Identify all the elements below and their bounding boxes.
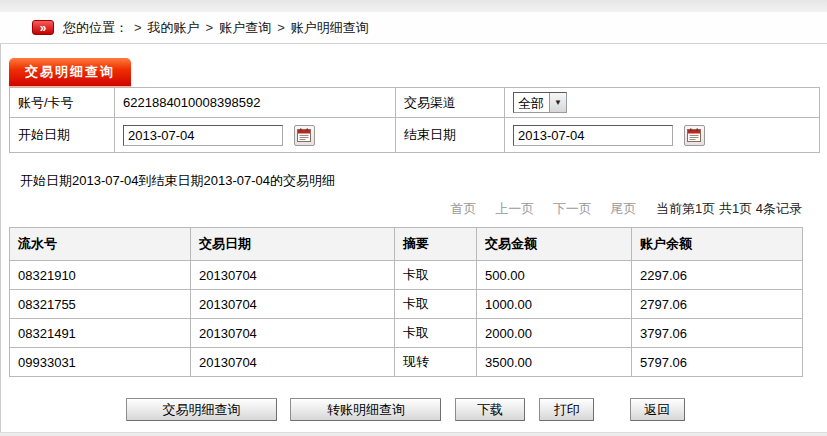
table-cell: 20130704 bbox=[191, 348, 395, 377]
end-date-label: 结束日期 bbox=[396, 118, 505, 153]
breadcrumb-item-my-account[interactable]: 我的账户 bbox=[148, 19, 200, 37]
transfer-detail-query-button[interactable]: 转账明细查询 bbox=[290, 398, 441, 421]
channel-selected-value: 全部 bbox=[514, 93, 549, 112]
column-header: 交易金额 bbox=[477, 228, 632, 261]
account-number-value: 6221884010008398592 bbox=[115, 88, 396, 118]
back-button[interactable]: 返回 bbox=[630, 398, 685, 421]
table-cell: 08321755 bbox=[10, 290, 191, 319]
first-page-link[interactable]: 首页 bbox=[451, 201, 477, 216]
table-cell: 20130704 bbox=[191, 290, 395, 319]
transaction-table: 流水号交易日期摘要交易金额账户余额 0832191020130704卡取500.… bbox=[9, 227, 803, 377]
page-bottom-strip bbox=[0, 432, 827, 436]
action-buttons: 交易明细查询 转账明细查询 下载 打印 返回 bbox=[126, 398, 826, 422]
prev-page-link[interactable]: 上一页 bbox=[495, 201, 534, 216]
table-cell: 5797.06 bbox=[632, 348, 803, 377]
calendar-icon[interactable] bbox=[684, 125, 705, 146]
result-summary: 开始日期2013-07-04到结束日期2013-07-04的交易明细 bbox=[20, 172, 826, 190]
column-header: 交易日期 bbox=[191, 228, 395, 261]
page-info: 当前第1页 共1页 4条记录 bbox=[656, 201, 802, 216]
calendar-icon[interactable] bbox=[294, 125, 315, 146]
table-cell: 3500.00 bbox=[477, 348, 632, 377]
table-cell: 3797.06 bbox=[632, 319, 803, 348]
download-button[interactable]: 下载 bbox=[455, 398, 525, 421]
table-cell: 卡取 bbox=[395, 319, 477, 348]
last-page-link[interactable]: 尾页 bbox=[610, 201, 636, 216]
table-cell: 卡取 bbox=[395, 290, 477, 319]
tab-transaction-detail-query[interactable]: 交易明细查询 bbox=[9, 58, 131, 87]
table-cell: 09933031 bbox=[10, 348, 191, 377]
channel-select[interactable]: 全部 ▼ bbox=[513, 92, 567, 113]
table-row: 0832149120130704卡取2000.003797.06 bbox=[10, 319, 803, 348]
table-cell: 2297.06 bbox=[632, 261, 803, 290]
breadcrumb-item-account-query[interactable]: 账户查询 bbox=[219, 19, 271, 37]
account-number-label: 账号/卡号 bbox=[10, 88, 115, 118]
chevron-down-icon: ▼ bbox=[549, 93, 566, 112]
table-cell: 20130704 bbox=[191, 319, 395, 348]
column-header: 账户余额 bbox=[632, 228, 803, 261]
main-content: 交易明细查询 账号/卡号 6221884010008398592 交易渠道 全部… bbox=[0, 44, 826, 432]
table-header-row: 流水号交易日期摘要交易金额账户余额 bbox=[10, 228, 803, 261]
table-body: 0832191020130704卡取500.002297.06083217552… bbox=[10, 261, 803, 377]
table-cell: 现转 bbox=[395, 348, 477, 377]
breadcrumb: » 您的位置： > 我的账户 > 账户查询 > 账户明细查询 bbox=[0, 12, 827, 44]
transaction-detail-query-button[interactable]: 交易明细查询 bbox=[126, 398, 277, 421]
table-cell: 2000.00 bbox=[477, 319, 632, 348]
table-row: 0832191020130704卡取500.002297.06 bbox=[10, 261, 803, 290]
column-header: 摘要 bbox=[395, 228, 477, 261]
breadcrumb-separator: > bbox=[206, 20, 214, 35]
query-form: 账号/卡号 6221884010008398592 交易渠道 全部 ▼ 开始日期 bbox=[9, 87, 820, 153]
table-cell: 500.00 bbox=[477, 261, 632, 290]
pagination: 首页 上一页 下一页 尾页 当前第1页 共1页 4条记录 bbox=[1, 200, 802, 218]
table-cell: 20130704 bbox=[191, 261, 395, 290]
breadcrumb-separator: > bbox=[277, 20, 285, 35]
table-cell: 08321491 bbox=[10, 319, 191, 348]
end-date-input[interactable] bbox=[513, 125, 673, 146]
table-row: 0832175520130704卡取1000.002797.06 bbox=[10, 290, 803, 319]
start-date-label: 开始日期 bbox=[10, 118, 115, 153]
breadcrumb-location-label: 您的位置： bbox=[63, 19, 128, 37]
table-row: 0993303120130704现转3500.005797.06 bbox=[10, 348, 803, 377]
double-chevron-right-icon: » bbox=[32, 20, 54, 35]
next-page-link[interactable]: 下一页 bbox=[553, 201, 592, 216]
table-cell: 卡取 bbox=[395, 261, 477, 290]
print-button[interactable]: 打印 bbox=[539, 398, 594, 421]
table-cell: 2797.06 bbox=[632, 290, 803, 319]
table-cell: 08321910 bbox=[10, 261, 191, 290]
breadcrumb-item-account-detail-query[interactable]: 账户明细查询 bbox=[291, 19, 369, 37]
page-top-strip bbox=[0, 0, 827, 12]
breadcrumb-separator: > bbox=[134, 20, 142, 35]
channel-label: 交易渠道 bbox=[396, 88, 505, 118]
column-header: 流水号 bbox=[10, 228, 191, 261]
table-cell: 1000.00 bbox=[477, 290, 632, 319]
start-date-input[interactable] bbox=[123, 125, 283, 146]
